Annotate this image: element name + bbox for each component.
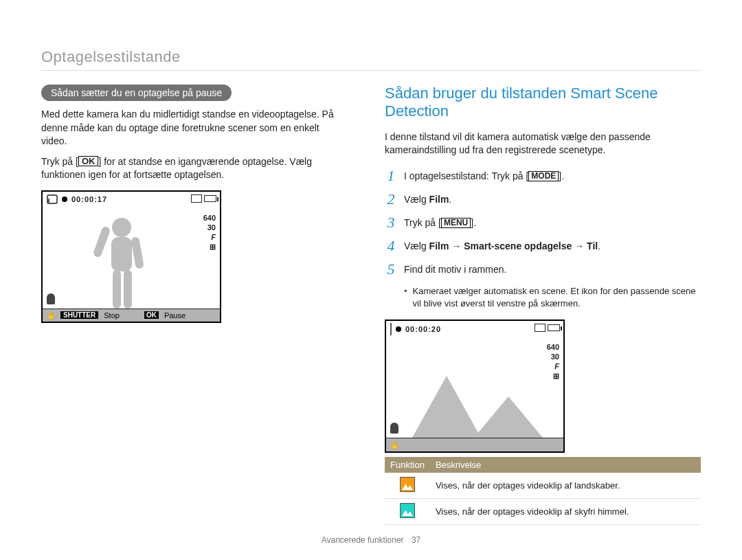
table-row: Vises, når der optages videoklip af land… (385, 473, 701, 499)
smart-scene-intro: I denne tilstand vil dit kamera automati… (385, 131, 701, 157)
step-num-2: 2 (385, 190, 397, 208)
resolution-indicator: 640 (547, 343, 559, 351)
svg-rect-3 (131, 236, 144, 269)
step-text-2: Vælg Film. (404, 190, 701, 207)
page-header: Optagelsestilstande (41, 48, 701, 71)
sdcard-icon (535, 324, 546, 332)
landscape-scene-icon (400, 477, 415, 492)
col-funktion: Funktion (385, 457, 430, 473)
step5-subbullet: • Kameraet vælger automatisk en scene. E… (404, 285, 701, 310)
camera-preview-smart-scene: 00:00:20 640 30 F ⊞ ✋ (385, 320, 565, 453)
record-indicator-icon (396, 326, 401, 332)
step-text-5: Find dit motiv i rammen. (404, 260, 701, 277)
landscape-scene-badge-icon (390, 324, 392, 335)
smart-scene-title: Sådan bruger du tilstanden Smart Scene D… (385, 85, 701, 121)
menu-button-glyph: MENU (441, 218, 471, 228)
row-desc-sky: Vises, når der optages videoklip af skyf… (430, 499, 701, 525)
col-beskrivelse: Beskrivelse (430, 457, 701, 473)
svg-marker-7 (474, 396, 543, 438)
camera-preview-pause: 00:00:17 640 30 F ⊞ (41, 190, 221, 323)
battery-icon (204, 195, 216, 202)
svg-rect-5 (124, 270, 132, 309)
step-text-3: Tryk på [MENU]. (404, 214, 701, 230)
step-num-5: 5 (385, 260, 397, 278)
recording-time-2: 00:00:20 (405, 325, 441, 333)
row-desc-landscape: Vises, når der optages videoklip af land… (430, 473, 701, 499)
sdcard-icon (191, 194, 202, 203)
fps-indicator: 30 (203, 223, 216, 232)
microphone-icon (47, 293, 55, 304)
ok-label: OK (144, 311, 159, 319)
record-indicator-icon (62, 197, 67, 202)
svg-rect-4 (113, 270, 121, 309)
smartfilter-icon: ⊞ (203, 243, 216, 251)
camera-preview-footer: ✋ SHUTTER Stop OK Pause (43, 309, 220, 322)
resolution-indicator: 640 (203, 214, 216, 222)
step-text-4: Vælg Film → Smart-scene opdagelse → Til. (404, 237, 701, 254)
shutter-label: SHUTTER (60, 311, 98, 319)
step-num-4: 4 (385, 237, 397, 255)
step-text-1: I optagelsestilstand: Tryk på [MODE]. (404, 167, 701, 183)
page-footer: Avancerede funktioner 37 (0, 535, 742, 545)
svg-rect-1 (111, 237, 132, 271)
mountain-silhouette (412, 366, 550, 438)
pause-label: Pause (164, 311, 186, 320)
clearsky-scene-icon (400, 503, 415, 518)
stop-label: Stop (104, 311, 120, 320)
pause-para-1: Med dette kamera kan du midlertidigt sta… (41, 108, 344, 148)
ok-button-glyph: OK (78, 156, 99, 166)
person-silhouette (84, 212, 159, 309)
recording-time: 00:00:17 (71, 195, 107, 203)
microphone-icon (390, 423, 398, 434)
pause-para-2: Tryk på [OK] for at standse en igangvære… (41, 155, 344, 182)
camera-preview-footer: ✋ (386, 438, 563, 451)
step-num-1: 1 (385, 167, 397, 185)
function-table: Funktion Beskrivelse Vises, når der opta… (385, 457, 701, 525)
focus-indicator-icon: F (203, 233, 216, 241)
mode-button-glyph: MODE (528, 171, 559, 181)
svg-marker-6 (412, 376, 481, 438)
pause-section-pill: Sådan sætter du en optagelse på pause (41, 85, 232, 101)
battery-icon (548, 324, 560, 331)
step-num-3: 3 (385, 214, 397, 232)
table-row: Vises, når der optages videoklip af skyf… (385, 499, 701, 525)
svg-point-0 (112, 218, 131, 237)
video-icon (47, 194, 58, 204)
svg-rect-2 (92, 225, 111, 258)
fps-indicator: 30 (547, 352, 559, 361)
